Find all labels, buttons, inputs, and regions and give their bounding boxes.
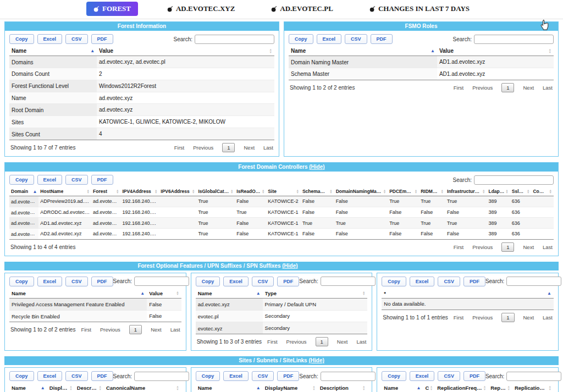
previous-button[interactable]: Previous: [472, 314, 493, 321]
last-button[interactable]: Last: [543, 314, 553, 321]
column-header[interactable]: CanonicalName▲▼: [104, 384, 181, 392]
column-header[interactable]: DomainNamingMasterMaster▲▼: [334, 187, 388, 196]
column-header[interactable]: Value▲▼: [147, 289, 181, 299]
csv-button[interactable]: CSV: [65, 34, 88, 44]
pdf-button[interactable]: PDF: [91, 371, 113, 381]
excel-button[interactable]: Excel: [37, 175, 63, 185]
column-header[interactable]: ReplInterval▲▼: [488, 384, 512, 392]
copy-button[interactable]: Copy: [382, 371, 406, 381]
column-header[interactable]: Name▲: [196, 384, 263, 392]
previous-button[interactable]: Previous: [472, 244, 493, 250]
csv-button[interactable]: CSV: [252, 371, 274, 381]
next-button[interactable]: Next: [244, 145, 255, 151]
search-input[interactable]: [474, 175, 554, 185]
copy-button[interactable]: Copy: [9, 277, 34, 286]
next-button[interactable]: Next: [151, 327, 162, 333]
first-button[interactable]: First: [454, 244, 463, 250]
column-header[interactable]: InfrastructureMaster▲▼: [445, 187, 487, 196]
column-header[interactable]: SslPort▲▼: [510, 187, 532, 196]
column-header[interactable]: Value▲▼: [97, 47, 274, 56]
hide-link[interactable]: (Hide): [308, 357, 324, 363]
hide-link[interactable]: (Hide): [282, 263, 297, 269]
pdf-button[interactable]: PDF: [277, 277, 299, 286]
csv-button[interactable]: CSV: [65, 277, 88, 286]
column-header[interactable]: Description▲▼: [75, 384, 104, 392]
excel-button[interactable]: Excel: [37, 34, 63, 44]
excel-button[interactable]: Excel: [410, 277, 435, 286]
pdf-button[interactable]: PDF: [371, 34, 393, 44]
previous-button[interactable]: Previous: [193, 145, 213, 151]
csv-button[interactable]: CSV: [252, 277, 274, 286]
page-number-button[interactable]: 1: [222, 143, 235, 152]
csv-button[interactable]: CSV: [345, 34, 367, 44]
column-header[interactable]: HostName▲▼: [38, 187, 91, 196]
previous-button[interactable]: Previous: [100, 327, 120, 333]
previous-button[interactable]: Previous: [472, 85, 493, 91]
next-button[interactable]: Next: [523, 85, 534, 91]
copy-button[interactable]: Copy: [9, 371, 34, 381]
csv-button[interactable]: CSV: [438, 277, 460, 286]
column-header[interactable]: RIDMaster▲▼: [419, 187, 445, 196]
copy-button[interactable]: Copy: [9, 175, 34, 185]
column-header[interactable]: Name▲: [9, 384, 47, 392]
page-number-button[interactable]: 1: [501, 313, 514, 322]
page-number-button[interactable]: 1: [501, 242, 514, 252]
column-header[interactable]: IPV6Address▲▼: [159, 187, 196, 196]
column-header[interactable]: LdapPort▲▼: [487, 187, 510, 196]
column-header[interactable]: IPV4Address▲▼: [120, 187, 159, 196]
column-header[interactable]: Value▲▼: [437, 47, 554, 56]
search-input[interactable]: [321, 372, 376, 381]
column-header[interactable]: Description▲▼: [318, 384, 368, 392]
search-input[interactable]: [134, 277, 189, 286]
excel-button[interactable]: Excel: [223, 277, 249, 286]
csv-button[interactable]: CSV: [65, 175, 88, 185]
column-header[interactable]: IsGlobalCatalog▲▼: [196, 187, 235, 196]
page-number-button[interactable]: 1: [129, 325, 142, 334]
page-number-button[interactable]: 1: [501, 83, 514, 92]
copy-button[interactable]: Copy: [289, 34, 313, 44]
column-header[interactable]: IsReadOnly▲▼: [235, 187, 266, 196]
tab-forest[interactable]: FOREST: [86, 2, 138, 16]
copy-button[interactable]: Copy: [382, 277, 406, 286]
excel-button[interactable]: Excel: [37, 371, 63, 381]
excel-button[interactable]: Excel: [37, 277, 63, 286]
excel-button[interactable]: Excel: [317, 34, 342, 44]
pdf-button[interactable]: PDF: [463, 277, 485, 286]
first-button[interactable]: First: [454, 85, 463, 91]
excel-button[interactable]: Excel: [223, 371, 249, 381]
column-header[interactable]: ReplicationSchedule▲▼: [512, 384, 554, 392]
column-header[interactable]: DisplayName▲▼: [47, 384, 75, 392]
column-header[interactable]: Name▲: [9, 47, 97, 56]
next-button[interactable]: Next: [523, 244, 534, 250]
search-input[interactable]: [195, 35, 274, 44]
column-header[interactable]: Forest▲▼: [91, 187, 120, 196]
copy-button[interactable]: Copy: [196, 277, 220, 286]
hide-link[interactable]: (Hide): [309, 164, 324, 170]
column-header[interactable]: Site▲▼: [266, 187, 301, 196]
column-header[interactable]: Name▲: [382, 384, 423, 392]
first-button[interactable]: First: [454, 314, 463, 321]
search-input[interactable]: [474, 35, 554, 44]
tab-ad-evotec-pl[interactable]: AD.EVOTEC.PL: [264, 2, 340, 16]
search-input[interactable]: [321, 277, 376, 286]
pdf-button[interactable]: PDF: [91, 277, 113, 286]
column-header[interactable]: Name▲: [196, 289, 263, 299]
pdf-button[interactable]: PDF: [463, 371, 485, 381]
csv-button[interactable]: CSV: [65, 371, 88, 381]
pdf-button[interactable]: PDF: [91, 34, 113, 44]
column-header[interactable]: Name▲: [289, 47, 437, 56]
page-number-button[interactable]: 1: [316, 337, 328, 346]
search-input[interactable]: [506, 372, 561, 381]
search-input[interactable]: [134, 372, 189, 381]
first-button[interactable]: First: [81, 327, 91, 333]
first-button[interactable]: First: [267, 339, 277, 345]
csv-button[interactable]: CSV: [438, 371, 460, 381]
pdf-button[interactable]: PDF: [277, 371, 299, 381]
last-button[interactable]: Last: [170, 327, 180, 333]
tab-changes-last-7-days[interactable]: CHANGES IN LAST 7 DAYS: [362, 2, 477, 16]
column-header[interactable]: Name▲: [9, 289, 147, 299]
last-button[interactable]: Last: [543, 85, 553, 91]
previous-button[interactable]: Previous: [286, 339, 307, 345]
next-button[interactable]: Next: [523, 314, 534, 321]
column-header[interactable]: DisplayName▲▼: [263, 384, 318, 392]
